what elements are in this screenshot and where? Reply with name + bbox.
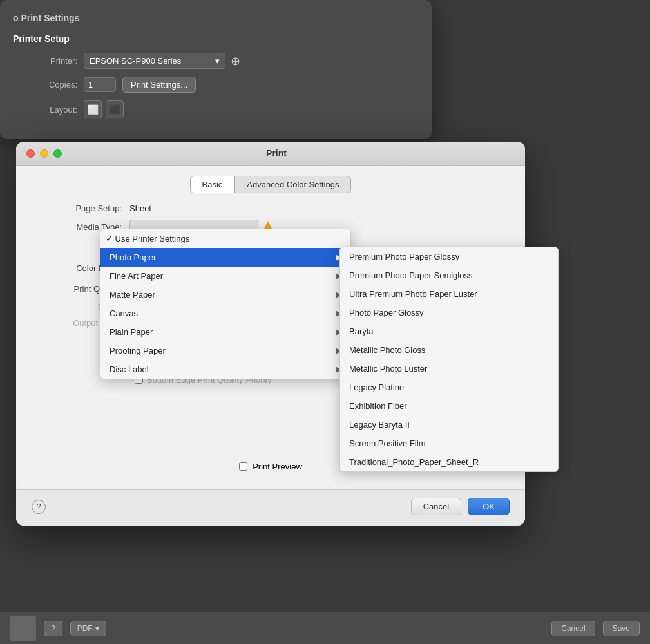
tab-advanced-color[interactable]: Advanced Color Settings <box>234 176 351 193</box>
submenu-item-legacy-platine[interactable]: Legacy Platine <box>340 378 558 397</box>
bg-layout-label: Layout: <box>13 105 77 115</box>
cancel-button[interactable]: Cancel <box>411 498 461 515</box>
submenu-item-premium-semigloss[interactable]: Premium Photo Paper Semigloss <box>340 266 558 285</box>
dialog-bottom-left: ? <box>32 500 46 514</box>
tab-basic[interactable]: Basic <box>190 176 235 193</box>
menu-item-fine-art-paper[interactable]: Fine Art Paper ▶ <box>100 267 350 285</box>
taskbar-pdf-button[interactable]: PDF ▾ <box>70 621 106 636</box>
menu-item-fine-art-paper-label: Fine Art Paper <box>110 271 163 281</box>
menu-item-photo-paper-label: Photo Paper <box>110 252 156 262</box>
menu-item-disc-label[interactable]: Disc Label ▶ <box>100 360 350 379</box>
bg-printer-select[interactable]: EPSON SC-P900 Series ▾ <box>84 53 225 69</box>
menu-item-matte-paper-label: Matte Paper <box>110 290 155 299</box>
bg-copies-input[interactable] <box>84 77 116 92</box>
help-button[interactable]: ? <box>32 500 46 514</box>
bg-printer-chevron: ▾ <box>215 56 220 66</box>
menu-item-use-printer-settings[interactable]: ✓ Use Printer Settings <box>100 229 350 248</box>
print-preview-label: Print Preview <box>253 462 302 471</box>
menu-item-disc-label-label: Disc Label <box>110 365 149 374</box>
taskbar: ? PDF ▾ Cancel Save <box>0 612 650 644</box>
dialog-bottom-right: Cancel OK <box>411 498 510 515</box>
submenu-item-photo-paper-glossy[interactable]: Photo Paper Glossy <box>340 303 558 322</box>
bg-print-settings-button[interactable]: Print Settings... <box>122 77 196 93</box>
taskbar-pdf-label: PDF <box>77 624 93 633</box>
media-type-dropdown-menu: ✓ Use Printer Settings Photo Paper ▶ Fin… <box>100 229 351 379</box>
traffic-light-close[interactable] <box>26 149 35 158</box>
submenu-item-ultra-premium-luster[interactable]: Ultra Premium Photo Paper Luster <box>340 285 558 303</box>
add-printer-button[interactable]: ⊕ <box>231 54 240 68</box>
taskbar-cancel-button[interactable]: Cancel <box>551 621 595 636</box>
submenu-item-premium-glossy[interactable]: Premium Photo Paper Glossy <box>340 247 558 266</box>
menu-item-use-printer-settings-label: ✓ Use Printer Settings <box>106 234 189 243</box>
print-preview-checkbox[interactable] <box>239 462 247 471</box>
layout-icons: ⬜ ⬛ <box>84 100 124 118</box>
taskbar-help-button[interactable]: ? <box>44 621 62 636</box>
menu-item-proofing-paper-label: Proofing Paper <box>110 346 166 355</box>
bg-printer-value: EPSON SC-P900 Series <box>90 56 181 66</box>
photo-paper-submenu: Premium Photo Paper Glossy Premium Photo… <box>339 247 559 472</box>
dialog-titlebar: Print <box>16 142 525 166</box>
submenu-item-metallic-luster[interactable]: Metallic Photo Luster <box>340 359 558 378</box>
submenu-item-exhibition-fiber[interactable]: Exhibition Fiber <box>340 397 558 415</box>
taskbar-save-button[interactable]: Save <box>603 621 640 636</box>
submenu-item-legacy-baryta-ii[interactable]: Legacy Baryta II <box>340 415 558 434</box>
submenu-item-screen-positive-film[interactable]: Screen Positive Film <box>340 434 558 453</box>
menu-item-plain-paper-label: Plain Paper <box>110 327 153 337</box>
bg-section-title: Printer Setup <box>13 33 419 44</box>
bg-copies-label: Copies: <box>13 80 77 90</box>
taskbar-pdf-chevron: ▾ <box>95 624 99 633</box>
bg-panel-title: o Print Settings <box>13 13 419 23</box>
menu-item-proofing-paper[interactable]: Proofing Paper ▶ <box>100 341 350 360</box>
taskbar-thumbnail <box>10 616 36 641</box>
page-setup-row: Page Setup: Sheet <box>32 204 510 213</box>
menu-item-matte-paper[interactable]: Matte Paper ▶ <box>100 285 350 304</box>
page-setup-value: Sheet <box>129 204 151 213</box>
submenu-item-baryta[interactable]: Baryta <box>340 322 558 341</box>
layout-icon-landscape[interactable]: ⬛ <box>106 100 124 118</box>
menu-item-photo-paper[interactable]: Photo Paper ▶ <box>100 248 350 267</box>
bg-printer-label: Printer: <box>13 56 77 66</box>
dialog-tabs: Basic Advanced Color Settings <box>32 176 510 193</box>
bg-print-settings-panel: o Print Settings Printer Setup Printer: … <box>0 0 432 139</box>
menu-item-plain-paper[interactable]: Plain Paper ▶ <box>100 323 350 341</box>
menu-item-canvas[interactable]: Canvas ▶ <box>100 304 350 323</box>
submenu-item-traditional-photo[interactable]: Traditional_Photo_Paper_Sheet_R <box>340 453 558 471</box>
layout-icon-portrait[interactable]: ⬜ <box>84 100 102 118</box>
submenu-item-metallic-gloss[interactable]: Metallic Photo Gloss <box>340 341 558 359</box>
menu-item-canvas-label: Canvas <box>110 308 138 318</box>
dialog-title: Print <box>38 148 515 158</box>
page-setup-label: Page Setup: <box>32 204 122 213</box>
dialog-bottom: ? Cancel OK <box>16 489 525 526</box>
ok-button[interactable]: OK <box>468 498 510 515</box>
